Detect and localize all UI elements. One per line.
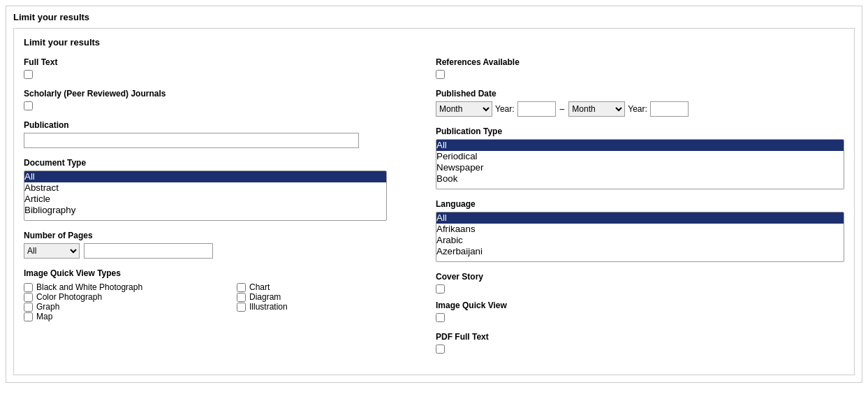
date-dash: –: [560, 104, 565, 114]
scholarly-checkbox-row: [24, 101, 422, 110]
publication-group: Publication: [24, 120, 422, 148]
language-group: Language AllAfrikaansArabicAzerbaijani: [436, 199, 844, 262]
image-quick-view-types-label: Image Quick View Types: [24, 268, 422, 278]
publication-type-listbox[interactable]: AllPeriodicalNewspaperBook: [436, 139, 844, 189]
references-available-checkbox-row: [436, 70, 844, 79]
cover-story-group: Cover Story: [436, 272, 844, 294]
iqv-map-checkbox[interactable]: [24, 312, 33, 321]
image-quick-view-label: Image Quick View: [436, 300, 844, 310]
scholarly-group: Scholarly (Peer Reviewed) Journals: [24, 89, 422, 110]
iqv-illustration-checkbox[interactable]: [237, 303, 246, 312]
iqv-item-diagram: Diagram: [237, 292, 422, 302]
num-pages-group: Number of Pages All: [24, 231, 422, 259]
num-pages-select[interactable]: All: [24, 243, 80, 259]
published-date-label: Published Date: [436, 89, 844, 99]
cover-story-checkbox[interactable]: [436, 284, 445, 294]
right-column: References Available Published Date Mont…: [436, 57, 844, 363]
publication-input[interactable]: [24, 133, 359, 148]
inner-container: Limit your results Full Text Scholarly (…: [13, 28, 855, 375]
iqv-chart-label: Chart: [249, 282, 270, 292]
iqv-item-color: Color Photograph: [24, 292, 209, 302]
num-pages-input[interactable]: [84, 243, 213, 259]
iqv-col2: Chart Diagram Illustration: [237, 282, 422, 321]
iqv-bwphoto-label: Black and White Photograph: [36, 282, 142, 292]
language-label: Language: [436, 199, 844, 209]
full-text-group: Full Text: [24, 57, 422, 79]
publication-type-label: Publication Type: [436, 126, 844, 136]
year1-label: Year:: [495, 104, 515, 114]
iqv-color-label: Color Photograph: [36, 292, 102, 302]
outer-container: Limit your results Limit your results Fu…: [6, 6, 862, 383]
iqv-item-chart: Chart: [237, 282, 422, 292]
iqv-illustration-label: Illustration: [249, 302, 288, 312]
pdf-full-text-checkbox[interactable]: [436, 345, 445, 354]
pdf-full-text-group: PDF Full Text: [436, 332, 844, 354]
num-pages-row: All: [24, 243, 422, 259]
iqv-color-checkbox[interactable]: [24, 293, 33, 302]
iqv-chart-checkbox[interactable]: [237, 283, 246, 292]
published-date-group: Published Date Month January February Ma…: [436, 89, 844, 117]
references-available-label: References Available: [436, 57, 844, 67]
full-text-label: Full Text: [24, 57, 422, 67]
image-quick-view-group: Image Quick View: [436, 300, 844, 322]
references-available-group: References Available: [436, 57, 844, 79]
iqv-graph-checkbox[interactable]: [24, 303, 33, 312]
iqv-col1: Black and White Photograph Color Photogr…: [24, 282, 209, 321]
scholarly-label: Scholarly (Peer Reviewed) Journals: [24, 89, 422, 99]
document-type-listbox[interactable]: AllAbstractArticleBibliography: [24, 171, 387, 221]
image-quick-view-types-section: Image Quick View Types Black and White P…: [24, 268, 422, 321]
year2-label: Year:: [628, 104, 647, 114]
iqv-item-map: Map: [24, 312, 209, 321]
document-type-group: Document Type AllAbstractArticleBibliogr…: [24, 158, 422, 221]
num-pages-label: Number of Pages: [24, 231, 422, 240]
cover-story-label: Cover Story: [436, 272, 844, 282]
references-available-checkbox[interactable]: [436, 70, 445, 79]
month1-select[interactable]: Month January February March April May J…: [436, 101, 492, 117]
pdf-full-text-checkbox-row: [436, 345, 844, 354]
year2-input[interactable]: [650, 101, 689, 117]
full-text-checkbox[interactable]: [24, 70, 33, 79]
iqv-diagram-checkbox[interactable]: [237, 293, 246, 302]
iqv-diagram-label: Diagram: [249, 292, 281, 302]
document-type-label: Document Type: [24, 158, 422, 168]
outer-title: Limit your results: [13, 12, 855, 22]
image-quick-view-checkbox-row: [436, 313, 844, 322]
year1-input[interactable]: [517, 101, 556, 117]
iqv-map-label: Map: [36, 312, 52, 321]
pdf-full-text-label: PDF Full Text: [436, 332, 844, 342]
published-date-row: Month January February March April May J…: [436, 101, 844, 117]
publication-label: Publication: [24, 120, 422, 130]
publication-type-group: Publication Type AllPeriodicalNewspaperB…: [436, 126, 844, 189]
full-text-checkbox-row: [24, 70, 422, 79]
two-col-layout: Full Text Scholarly (Peer Reviewed) Jour…: [24, 57, 844, 363]
iqv-bwphoto-checkbox[interactable]: [24, 283, 33, 292]
iqv-item-graph: Graph: [24, 302, 209, 312]
month2-select[interactable]: Month January February March April May J…: [568, 101, 625, 117]
inner-title: Limit your results: [24, 37, 844, 48]
iqv-item-illustration: Illustration: [237, 302, 422, 312]
scholarly-checkbox[interactable]: [24, 101, 33, 110]
iqv-grid: Black and White Photograph Color Photogr…: [24, 282, 422, 321]
cover-story-checkbox-row: [436, 284, 844, 294]
image-quick-view-checkbox[interactable]: [436, 313, 445, 322]
left-column: Full Text Scholarly (Peer Reviewed) Jour…: [24, 57, 436, 363]
iqv-item-bwphoto: Black and White Photograph: [24, 282, 209, 292]
iqv-graph-label: Graph: [36, 302, 59, 312]
language-listbox[interactable]: AllAfrikaansArabicAzerbaijani: [436, 212, 844, 262]
